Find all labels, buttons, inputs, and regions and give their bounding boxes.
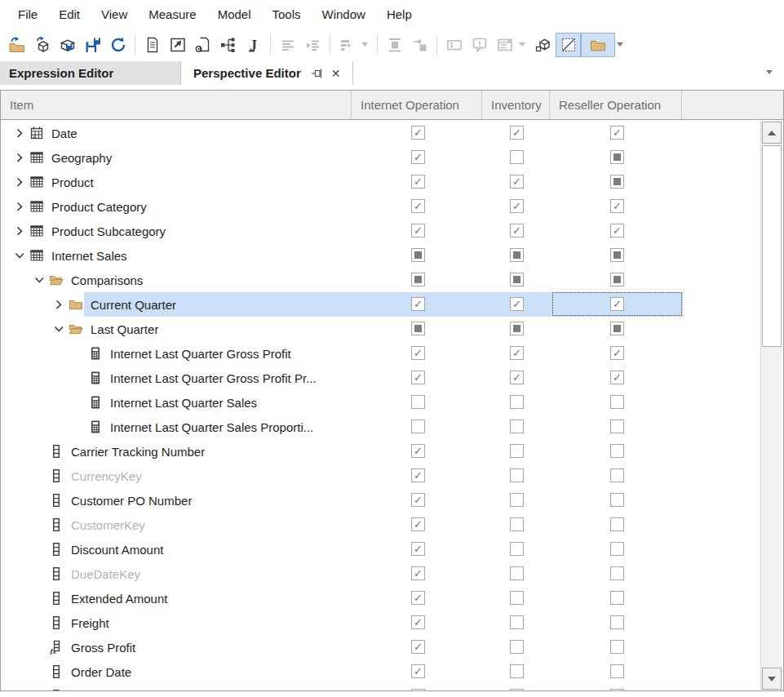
checkbox-internet-operation[interactable] bbox=[411, 273, 425, 286]
checkbox-inventory[interactable] bbox=[510, 420, 524, 433]
checkbox-internet-operation[interactable] bbox=[411, 689, 425, 690]
tree-row[interactable]: Current Quarter bbox=[1, 292, 783, 317]
perspective-cube-icon[interactable] bbox=[530, 33, 556, 57]
checkbox-internet-operation[interactable] bbox=[411, 297, 425, 311]
menu-item-file[interactable]: File bbox=[7, 0, 48, 28]
checkbox-internet-operation[interactable] bbox=[411, 150, 425, 164]
checkbox-inventory[interactable] bbox=[510, 322, 524, 335]
tree-row[interactable]: Freight bbox=[1, 610, 783, 635]
tree-row[interactable]: CurrencyKey bbox=[1, 464, 783, 488]
checkbox-internet-operation[interactable] bbox=[411, 126, 425, 140]
checkbox-reseller-operation[interactable] bbox=[610, 493, 624, 507]
checkbox-inventory[interactable] bbox=[510, 199, 524, 213]
checkbox-inventory[interactable] bbox=[510, 640, 524, 654]
diagonal-box-icon[interactable] bbox=[556, 33, 581, 57]
checkbox-internet-operation[interactable] bbox=[411, 420, 425, 433]
checkbox-reseller-operation[interactable] bbox=[610, 175, 624, 189]
menu-item-edit[interactable]: Edit bbox=[48, 0, 91, 28]
checkbox-internet-operation[interactable] bbox=[411, 346, 425, 360]
document-icon[interactable] bbox=[140, 33, 165, 57]
column-header-inventory[interactable]: Inventory bbox=[482, 91, 550, 119]
checkbox-inventory[interactable] bbox=[510, 517, 524, 531]
tree-row[interactable]: Extended Amount bbox=[1, 586, 783, 610]
tab-expression-editor[interactable]: Expression Editor bbox=[0, 61, 181, 85]
checkbox-internet-operation[interactable] bbox=[411, 517, 425, 531]
checkbox-internet-operation[interactable] bbox=[411, 493, 425, 507]
chevron-icon[interactable] bbox=[11, 150, 29, 165]
tree-row[interactable]: Discount Amount bbox=[1, 537, 783, 562]
column-header-item[interactable]: Item bbox=[1, 91, 352, 119]
checkbox-inventory[interactable] bbox=[510, 591, 524, 605]
checkbox-internet-operation[interactable] bbox=[411, 615, 425, 629]
checkbox-reseller-operation[interactable] bbox=[610, 615, 624, 629]
toolbar-options-chevron-down-icon[interactable] bbox=[617, 42, 623, 47]
checkbox-reseller-operation[interactable] bbox=[610, 126, 624, 140]
checkbox-internet-operation[interactable] bbox=[411, 199, 425, 213]
tree-row[interactable]: Internet Last Quarter Sales Proporti... bbox=[1, 415, 783, 439]
checkbox-reseller-operation[interactable] bbox=[610, 248, 624, 262]
menu-item-help[interactable]: Help bbox=[376, 0, 423, 28]
tree-row[interactable]: Order Quantity bbox=[1, 684, 783, 690]
tree-row[interactable]: Product Category bbox=[1, 194, 783, 219]
checkbox-reseller-operation[interactable] bbox=[610, 444, 624, 458]
checkbox-inventory[interactable] bbox=[510, 150, 524, 164]
new-page-icon[interactable] bbox=[190, 33, 215, 57]
checkbox-reseller-operation[interactable] bbox=[610, 591, 624, 605]
scroll-down-button[interactable] bbox=[762, 668, 782, 690]
scroll-up-button[interactable] bbox=[762, 122, 782, 144]
open-file-icon[interactable] bbox=[4, 33, 29, 57]
scrollbar-thumb[interactable] bbox=[762, 145, 782, 347]
checkbox-inventory[interactable] bbox=[510, 297, 524, 311]
tree-row[interactable]: Customer PO Number bbox=[1, 488, 783, 513]
checkbox-reseller-operation[interactable] bbox=[610, 395, 624, 409]
checkbox-inventory[interactable] bbox=[510, 542, 524, 556]
menu-item-tools[interactable]: Tools bbox=[262, 0, 312, 28]
tree-row[interactable]: Product bbox=[1, 170, 783, 194]
chevron-icon[interactable] bbox=[50, 297, 68, 312]
chevron-icon[interactable] bbox=[50, 322, 68, 336]
checkbox-reseller-operation[interactable] bbox=[610, 689, 624, 690]
tree-row[interactable]: Order Date bbox=[1, 659, 783, 684]
checkbox-inventory[interactable] bbox=[510, 346, 524, 360]
tree-row[interactable]: Carrier Tracking Number bbox=[1, 439, 783, 464]
checkbox-reseller-operation[interactable] bbox=[610, 542, 624, 556]
tab-overflow-chevron-down-icon[interactable] bbox=[766, 70, 773, 74]
checkbox-reseller-operation[interactable] bbox=[610, 273, 624, 286]
resize-grid-icon[interactable] bbox=[165, 33, 190, 57]
checkbox-internet-operation[interactable] bbox=[411, 371, 425, 384]
checkbox-inventory[interactable] bbox=[510, 493, 524, 507]
checkbox-reseller-operation[interactable] bbox=[610, 371, 624, 384]
chevron-icon[interactable] bbox=[11, 248, 29, 263]
save-all-icon[interactable] bbox=[80, 33, 105, 57]
tree-row[interactable]: 12 Date bbox=[1, 121, 783, 145]
column-header-internet-operation[interactable]: Internet Operation bbox=[352, 91, 482, 119]
chevron-icon[interactable] bbox=[11, 224, 29, 238]
tree-row[interactable]: Comparisons bbox=[1, 268, 783, 292]
checkbox-inventory[interactable] bbox=[510, 224, 524, 238]
checkbox-internet-operation[interactable] bbox=[411, 664, 425, 678]
tree-row[interactable]: Internet Sales bbox=[1, 243, 783, 268]
checkbox-inventory[interactable] bbox=[510, 371, 524, 384]
column-header-reseller-operation[interactable]: Reseller Operation bbox=[550, 91, 682, 119]
tree-row[interactable]: Last Quarter bbox=[1, 317, 783, 341]
menu-item-model[interactable]: Model bbox=[207, 0, 262, 28]
chevron-icon[interactable] bbox=[11, 199, 29, 214]
menu-item-view[interactable]: View bbox=[91, 0, 138, 28]
checkbox-reseller-operation[interactable] bbox=[610, 640, 624, 654]
process-model-icon[interactable] bbox=[29, 33, 55, 57]
checkbox-reseller-operation[interactable] bbox=[610, 517, 624, 531]
menu-item-window[interactable]: Window bbox=[312, 0, 376, 28]
tree-row[interactable]: Product Subcategory bbox=[1, 219, 783, 243]
checkbox-reseller-operation[interactable] bbox=[610, 150, 624, 164]
tree-row[interactable]: DueDateKey bbox=[1, 562, 783, 586]
checkbox-internet-operation[interactable] bbox=[411, 224, 425, 238]
script-icon[interactable]: J bbox=[241, 33, 266, 57]
folder-toggle-icon[interactable] bbox=[581, 33, 615, 57]
import-model-icon[interactable] bbox=[55, 33, 80, 57]
checkbox-internet-operation[interactable] bbox=[411, 542, 425, 556]
checkbox-internet-operation[interactable] bbox=[411, 444, 425, 458]
checkbox-internet-operation[interactable] bbox=[411, 322, 425, 335]
checkbox-internet-operation[interactable] bbox=[411, 248, 425, 262]
checkbox-internet-operation[interactable] bbox=[411, 591, 425, 605]
checkbox-reseller-operation[interactable] bbox=[610, 664, 624, 678]
